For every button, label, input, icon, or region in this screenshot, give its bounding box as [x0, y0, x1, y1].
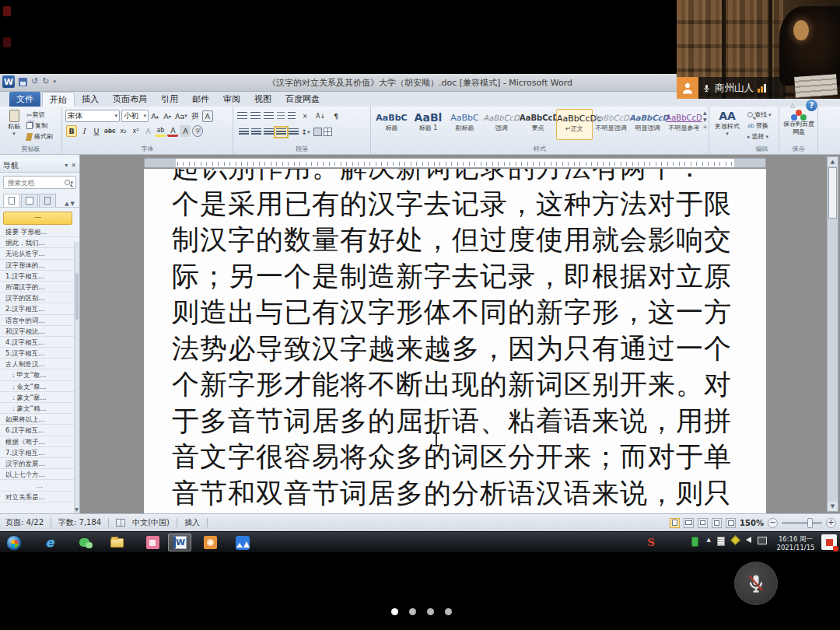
browse-headings-tab[interactable]: [3, 194, 20, 207]
shrink-font-button[interactable]: A▾: [162, 110, 173, 122]
zoom-in-button[interactable]: +: [826, 518, 836, 528]
chevron-down-icon[interactable]: ▾: [65, 162, 68, 169]
subscript-button[interactable]: x₂: [117, 125, 128, 137]
browse-pages-tab[interactable]: [21, 194, 38, 207]
heading-item[interactable]: 1.汉字相互...: [0, 271, 79, 282]
notification-tray-icon[interactable]: [821, 534, 837, 550]
zoom-level[interactable]: 150%: [740, 519, 764, 527]
decrease-indent-icon[interactable]: [277, 112, 285, 121]
pinyin-guide-button[interactable]: 拼: [190, 110, 201, 122]
heading-item[interactable]: 古人制造汉...: [0, 359, 79, 369]
style-chip[interactable]: AaBbCcD 要点: [520, 109, 556, 140]
search-input[interactable]: [6, 178, 65, 187]
style-chip[interactable]: AaBl 标题 1: [410, 109, 446, 140]
paste-button[interactable]: 粘贴 ▾: [4, 110, 24, 137]
heading-item[interactable]: ：甲文“敢...: [0, 369, 79, 380]
show-hidden-icons[interactable]: ▲: [707, 537, 711, 543]
shading-icon[interactable]: [313, 128, 322, 136]
zoom-slider[interactable]: [782, 522, 822, 524]
justify-icon[interactable]: [276, 128, 286, 136]
selected-heading[interactable]: 一: [3, 212, 72, 225]
web-layout-view-button[interactable]: [698, 518, 708, 528]
heading-item[interactable]: 汉字的区别...: [0, 292, 79, 303]
numbering-icon[interactable]: [250, 112, 261, 121]
word-logo-icon[interactable]: W: [2, 75, 15, 88]
save-icon[interactable]: [19, 78, 27, 86]
superscript-button[interactable]: x²: [130, 125, 141, 137]
page-dot[interactable]: [427, 608, 434, 615]
word-count[interactable]: 字数: 7,184: [58, 517, 101, 528]
clipboard-tray-icon[interactable]: [717, 537, 725, 546]
align-left-icon[interactable]: [239, 128, 249, 136]
outline-view-button[interactable]: [712, 518, 722, 528]
ribbon-tab[interactable]: 邮件: [185, 92, 216, 107]
heading-item[interactable]: 7.汉字相互...: [0, 447, 79, 458]
browse-results-tab[interactable]: [39, 194, 56, 207]
heading-item[interactable]: 2.汉字相互...: [0, 303, 79, 314]
print-layout-view-button[interactable]: [670, 518, 680, 528]
align-right-icon[interactable]: [264, 128, 274, 136]
vertical-scrollbar[interactable]: ▲ ▼: [827, 156, 838, 512]
start-button[interactable]: [5, 534, 23, 551]
insert-mode-indicator[interactable]: 插入: [184, 517, 200, 528]
proofing-icon[interactable]: [116, 519, 125, 527]
cut-button[interactable]: ✂ 剪切: [26, 110, 45, 119]
style-chip[interactable]: AaBbCcD 强调: [483, 109, 520, 140]
select-button[interactable]: ▸ 选择 ▾: [747, 132, 768, 141]
ribbon-tab[interactable]: 文件: [9, 92, 40, 107]
replace-button[interactable]: ab 替换: [747, 121, 768, 130]
heading-item[interactable]: 如果将以上...: [0, 414, 79, 425]
change-case-button[interactable]: Aa▾: [174, 110, 188, 122]
underline-button[interactable]: U: [91, 125, 102, 137]
show-marks-icon[interactable]: ¶: [331, 110, 341, 122]
scroll-up-icon[interactable]: ▲: [828, 157, 838, 166]
customize-qat-icon[interactable]: ▾: [53, 79, 56, 85]
italic-button[interactable]: I: [79, 125, 89, 137]
heading-item[interactable]: 无论从造字...: [0, 248, 79, 259]
taskbar-ie[interactable]: e: [40, 534, 59, 551]
heading-item[interactable]: 所谓汉字的...: [0, 282, 79, 292]
grow-font-button[interactable]: A▴: [149, 110, 160, 122]
find-button[interactable]: 查找 ▾: [747, 110, 772, 119]
save-to-baidu-button[interactable]: 保存到百度网盘: [782, 110, 816, 137]
line-spacing-icon[interactable]: ↕▾: [300, 126, 311, 138]
page-dot[interactable]: [409, 608, 416, 615]
copy-button[interactable]: 复制: [26, 121, 47, 130]
undo-icon[interactable]: ↺: [31, 75, 38, 88]
redo-icon[interactable]: ↻: [42, 75, 49, 88]
mute-microphone-button[interactable]: [734, 562, 778, 605]
borders-icon[interactable]: [324, 128, 332, 136]
ribbon-tab[interactable]: 视图: [247, 92, 278, 107]
taskbar-office-app[interactable]: [201, 534, 219, 551]
format-painter-button[interactable]: 格式刷: [26, 132, 53, 141]
fullscreen-reading-view-button[interactable]: [684, 518, 694, 528]
ribbon-tab[interactable]: 插入: [75, 92, 106, 107]
page-dot-active[interactable]: [391, 608, 398, 615]
align-center-icon[interactable]: [251, 128, 261, 136]
heading-item[interactable]: 以上七个方...: [0, 469, 79, 480]
heading-item[interactable]: 和汉字相比...: [0, 326, 79, 337]
nav-scrollbar[interactable]: ▼: [74, 242, 79, 513]
style-chip[interactable]: AaBbC 标题: [373, 109, 410, 140]
draft-view-button[interactable]: [726, 518, 736, 528]
help-icon[interactable]: ?: [806, 100, 817, 111]
heading-item[interactable]: ：篆文“精...: [0, 403, 79, 414]
multilevel-list-icon[interactable]: [264, 112, 274, 121]
ribbon-tab[interactable]: 引用: [154, 92, 185, 107]
battery-icon[interactable]: [691, 537, 698, 547]
nav-scroll-down-icon[interactable]: ▼: [74, 506, 79, 513]
taskbar-meeting-app[interactable]: [233, 534, 252, 551]
heading-item[interactable]: 根据《荀子...: [0, 436, 79, 447]
heading-item[interactable]: 汉字形体的...: [0, 260, 79, 271]
highlight-color-button[interactable]: ab: [155, 125, 166, 137]
page-indicator[interactable]: 页面: 4/22: [5, 517, 44, 528]
taskbar-media-app[interactable]: [143, 534, 162, 551]
style-chip[interactable]: AaBbCcD 明显强调: [629, 109, 666, 140]
font-size-select[interactable]: 小初▾: [121, 110, 149, 122]
heading-item[interactable]: 据此，我们...: [0, 237, 79, 248]
font-color-button[interactable]: A: [167, 125, 178, 137]
security-tray-icon[interactable]: [730, 535, 740, 545]
heading-item[interactable]: 提要 字形相...: [0, 226, 79, 237]
character-shading-button[interactable]: A: [180, 125, 191, 137]
heading-item[interactable]: …: [0, 480, 79, 491]
